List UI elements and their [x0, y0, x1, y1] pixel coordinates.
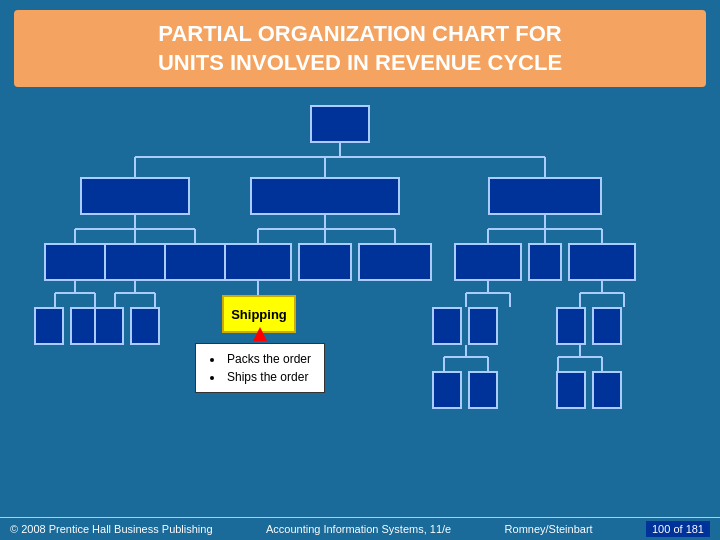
root-box	[310, 105, 370, 143]
level2-right-box	[488, 177, 602, 215]
tooltip-item-2: Ships the order	[210, 368, 314, 386]
level3-right-1	[454, 243, 522, 281]
level3-right-2	[528, 243, 562, 281]
level4-l4	[130, 307, 160, 345]
level3-mid-3	[358, 243, 432, 281]
title-box: PARTIAL ORGANIZATION CHART FOR UNITS INV…	[14, 10, 706, 87]
footer-page: 100 of 181	[646, 521, 710, 537]
level5-r4	[592, 371, 622, 409]
footer-book: Accounting Information Systems, 11/e	[266, 523, 451, 535]
shipping-label: Shipping	[231, 307, 287, 322]
level3-right-3	[568, 243, 636, 281]
level5-r2	[468, 371, 498, 409]
level4-r1	[432, 307, 462, 345]
level2-mid-box	[250, 177, 400, 215]
level4-l3	[94, 307, 124, 345]
level3-mid-2	[298, 243, 352, 281]
red-arrow-icon	[253, 327, 267, 341]
tooltip-list: Packs the order Ships the order	[206, 350, 314, 386]
level2-left-box	[80, 177, 190, 215]
level5-r1	[432, 371, 462, 409]
level4-r4	[592, 307, 622, 345]
level3-left-1	[44, 243, 106, 281]
tooltip-item-1: Packs the order	[210, 350, 314, 368]
level4-r2	[468, 307, 498, 345]
level3-left-3	[164, 243, 226, 281]
title-line1: PARTIAL ORGANIZATION CHART FOR	[158, 21, 561, 46]
footer-copyright: © 2008 Prentice Hall Business Publishing	[10, 523, 213, 535]
title-text: PARTIAL ORGANIZATION CHART FOR UNITS INV…	[30, 20, 690, 77]
level3-left-2	[104, 243, 166, 281]
level4-l1	[34, 307, 64, 345]
footer-author: Romney/Steinbart	[505, 523, 593, 535]
org-chart: Shipping Packs the order Ships the order	[0, 95, 720, 475]
title-line2: UNITS INVOLVED IN REVENUE CYCLE	[158, 50, 562, 75]
level3-mid-1	[224, 243, 292, 281]
tooltip-popup: Packs the order Ships the order	[195, 343, 325, 393]
level5-r3	[556, 371, 586, 409]
footer: © 2008 Prentice Hall Business Publishing…	[0, 517, 720, 540]
level4-r3	[556, 307, 586, 345]
